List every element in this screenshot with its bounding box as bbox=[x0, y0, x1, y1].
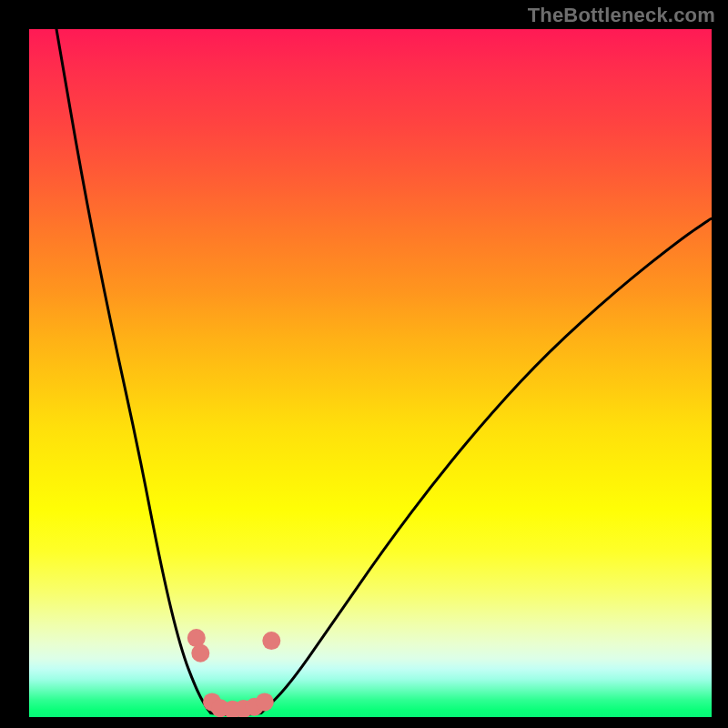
chart-frame: TheBottleneck.com bbox=[0, 0, 728, 728]
curve-layer bbox=[29, 29, 712, 717]
watermark-text: TheBottleneck.com bbox=[528, 4, 715, 27]
plot-area bbox=[29, 29, 712, 717]
highlight-marker bbox=[191, 644, 209, 662]
highlight-marker bbox=[256, 693, 274, 711]
bottleneck-curve-path bbox=[56, 29, 712, 715]
highlighted-markers bbox=[187, 629, 280, 717]
highlight-marker bbox=[262, 632, 280, 650]
bottleneck-curve bbox=[56, 29, 712, 715]
